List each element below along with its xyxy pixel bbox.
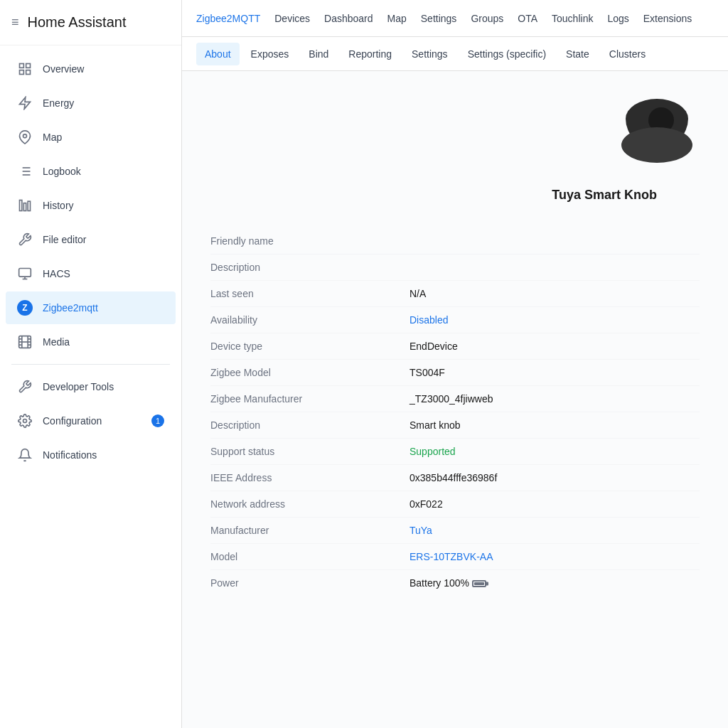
sub-nav: AboutExposesBindReportingSettingsSetting… (182, 37, 728, 71)
field-value: N/A (410, 288, 700, 299)
device-name: Tuya Smart Knob (552, 188, 657, 203)
svg-point-5 (23, 134, 27, 138)
device-fields: Friendly name Description Last seen N/A … (210, 228, 700, 596)
sub-nav-clusters[interactable]: Clusters (601, 43, 654, 65)
knob-shape (621, 99, 692, 163)
sidebar-item-configuration[interactable]: Configuration 1 (6, 405, 176, 437)
field-value: 0x385b44fffe36986f (410, 472, 700, 483)
top-nav-logs[interactable]: Logs (607, 10, 628, 27)
app-container: ≡ Home Assistant Overview Energy Map Log… (0, 0, 728, 728)
top-nav-groups[interactable]: Groups (471, 10, 503, 27)
file-editor-icon (18, 232, 32, 247)
sub-nav-exposes[interactable]: Exposes (242, 43, 298, 65)
notifications-icon-wrapper (17, 447, 33, 463)
content-area: Tuya Smart Knob Friendly name Descriptio… (182, 71, 728, 728)
top-nav-dashboard[interactable]: Dashboard (324, 10, 373, 27)
info-row: Zigbee Model TS004F (210, 360, 700, 386)
device-image (614, 88, 700, 173)
sub-nav-settings[interactable]: Settings (403, 43, 456, 65)
sidebar-item-developer-tools[interactable]: Developer Tools (6, 370, 176, 403)
field-label: Zigbee Manufacturer (210, 393, 410, 405)
sidebar-item-map[interactable]: Map (6, 121, 176, 154)
sidebar-item-notifications[interactable]: Notifications (6, 439, 176, 471)
zigbee2mqtt-icon-wrapper: Z (17, 300, 33, 316)
field-value[interactable]: ERS-10TZBVK-AA (410, 551, 700, 562)
info-row: Last seen N/A (210, 281, 700, 307)
sub-nav-reporting[interactable]: Reporting (340, 43, 400, 65)
top-nav-settings[interactable]: Settings (421, 10, 457, 27)
sidebar-header: ≡ Home Assistant (0, 0, 181, 46)
field-value: 0xF022 (410, 498, 700, 510)
sidebar-item-label-history: History (43, 200, 74, 211)
media-icon-wrapper (17, 334, 33, 350)
top-nav-ota[interactable]: OTA (518, 10, 537, 27)
svg-rect-3 (20, 70, 24, 75)
svg-rect-14 (28, 201, 30, 210)
sidebar-title: Home Assistant (28, 14, 127, 31)
map-icon-wrapper (17, 129, 33, 145)
svg-rect-0 (20, 64, 24, 68)
history-icon-wrapper (17, 198, 33, 213)
sub-nav-state[interactable]: State (557, 43, 598, 65)
badge-configuration: 1 (151, 414, 164, 427)
svg-point-26 (23, 419, 27, 423)
field-value: Smart knob (410, 419, 700, 431)
field-label: Description (210, 262, 410, 273)
sidebar-item-label-file-editor: File editor (43, 234, 86, 245)
top-nav-zigbee2mqtt[interactable]: Zigbee2MQTT (196, 10, 260, 27)
file-editor-icon-wrapper (17, 232, 33, 247)
field-value: Disabled (410, 314, 700, 326)
field-value: Battery 100% (410, 577, 700, 589)
sidebar: ≡ Home Assistant Overview Energy Map Log… (0, 0, 182, 728)
sidebar-item-overview[interactable]: Overview (6, 53, 176, 85)
menu-icon[interactable]: ≡ (11, 15, 19, 30)
svg-rect-13 (23, 203, 26, 211)
overview-icon (18, 62, 32, 76)
device-header (210, 88, 700, 173)
top-nav: Zigbee2MQTTDevicesDashboardMapSettingsGr… (182, 0, 728, 37)
info-row: Description (210, 255, 700, 281)
field-value[interactable]: TuYa (410, 525, 700, 536)
field-label: Availability (210, 314, 410, 326)
logbook-icon (18, 164, 32, 178)
knob-base (621, 127, 692, 163)
top-nav-extensions[interactable]: Extensions (643, 10, 692, 27)
svg-rect-15 (19, 269, 31, 277)
top-nav-devices[interactable]: Devices (274, 10, 310, 27)
sidebar-item-history[interactable]: History (6, 189, 176, 222)
sidebar-item-media[interactable]: Media (6, 326, 176, 358)
sidebar-item-logbook[interactable]: Logbook (6, 155, 176, 188)
sidebar-item-energy[interactable]: Energy (6, 87, 176, 119)
info-row: Friendly name (210, 228, 700, 255)
map-icon (18, 130, 32, 144)
top-nav-touchlink[interactable]: Touchlink (552, 10, 593, 27)
info-row: Support status Supported (210, 439, 700, 465)
field-label: Device type (210, 341, 410, 352)
field-label: Manufacturer (210, 525, 410, 536)
overview-icon-wrapper (17, 61, 33, 77)
sub-nav-bind[interactable]: Bind (300, 43, 337, 65)
field-value: Supported (410, 446, 700, 457)
top-nav-map[interactable]: Map (387, 10, 407, 27)
info-row: Availability Disabled (210, 307, 700, 333)
sidebar-item-file-editor[interactable]: File editor (6, 223, 176, 256)
info-row: Manufacturer TuYa (210, 518, 700, 544)
configuration-icon-wrapper (17, 413, 33, 429)
sub-nav-settings-specific[interactable]: Settings (specific) (459, 43, 555, 65)
info-row: Model ERS-10TZBVK-AA (210, 544, 700, 570)
svg-rect-1 (26, 64, 31, 68)
info-row: IEEE Address 0x385b44fffe36986f (210, 465, 700, 491)
info-row: Device type EndDevice (210, 333, 700, 360)
svg-marker-4 (20, 97, 31, 109)
sidebar-item-hacs[interactable]: HACS (6, 257, 176, 290)
history-icon (18, 198, 32, 213)
notifications-icon (18, 448, 32, 462)
field-label: Description (210, 419, 410, 431)
sidebar-item-zigbee2mqtt[interactable]: Z Zigbee2mqtt (6, 291, 176, 324)
sidebar-item-label-overview: Overview (43, 63, 84, 75)
sidebar-item-label-configuration: Configuration (43, 415, 102, 427)
sub-nav-about[interactable]: About (196, 43, 240, 65)
energy-icon (18, 96, 32, 110)
sidebar-item-label-hacs: HACS (43, 268, 70, 279)
svg-rect-2 (26, 70, 31, 75)
